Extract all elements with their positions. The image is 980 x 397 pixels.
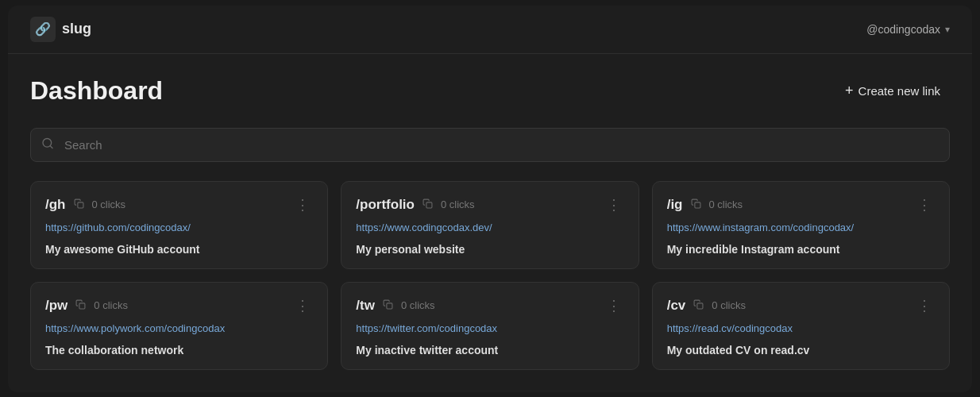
links-grid: /gh 0 clicks ⋮ https://github.com/coding… <box>30 181 950 370</box>
create-new-link-button[interactable]: + Create new link <box>835 76 950 106</box>
svg-rect-2 <box>77 202 83 207</box>
copy-icon[interactable] <box>75 299 86 312</box>
link-card[interactable]: /portfolio 0 clicks ⋮ https://www.coding… <box>341 181 639 269</box>
more-menu-icon[interactable]: ⋮ <box>914 297 935 314</box>
card-url: https://github.com/codingcodax/ <box>45 222 313 233</box>
svg-rect-6 <box>387 303 392 308</box>
card-slug-area: /portfolio 0 clicks <box>356 197 474 213</box>
card-slug-area: /cv 0 clicks <box>667 298 746 314</box>
svg-rect-7 <box>697 303 703 308</box>
copy-icon[interactable] <box>383 299 393 312</box>
card-description: My personal website <box>356 243 623 256</box>
svg-rect-4 <box>694 202 700 207</box>
more-menu-icon[interactable]: ⋮ <box>604 297 624 314</box>
card-description: My incredible Instagram account <box>667 243 935 256</box>
card-header: /pw 0 clicks ⋮ <box>45 297 313 314</box>
more-menu-icon[interactable]: ⋮ <box>292 297 313 314</box>
card-description: My inactive twitter account <box>356 344 623 357</box>
card-clicks: 0 clicks <box>401 299 435 311</box>
card-header: /portfolio 0 clicks ⋮ <box>356 196 623 214</box>
search-container <box>30 128 950 162</box>
logo-icon: 🔗 <box>30 17 56 42</box>
link-card[interactable]: /pw 0 clicks ⋮ https://www.polywork.com/… <box>30 282 328 370</box>
card-slug: /gh <box>45 197 66 213</box>
main-content: Dashboard + Create new link /gh <box>8 54 972 392</box>
card-header: /gh 0 clicks ⋮ <box>45 196 313 214</box>
svg-rect-3 <box>426 202 432 207</box>
card-slug-area: /pw 0 clicks <box>45 298 128 314</box>
copy-icon[interactable] <box>422 198 433 211</box>
card-slug-area: /gh 0 clicks <box>45 197 125 213</box>
card-clicks: 0 clicks <box>92 198 126 210</box>
app-window: 🔗 slug @codingcodax ▾ Dashboard + Create… <box>8 6 972 392</box>
card-clicks: 0 clicks <box>94 299 128 311</box>
card-url: https://twitter.com/codingcodax <box>356 322 623 334</box>
card-header: /tw 0 clicks ⋮ <box>356 297 623 314</box>
page-header: Dashboard + Create new link <box>30 76 950 106</box>
more-menu-icon[interactable]: ⋮ <box>604 196 624 214</box>
card-url: https://read.cv/codingcodax <box>667 322 935 334</box>
more-menu-icon[interactable]: ⋮ <box>292 196 313 214</box>
user-menu[interactable]: @codingcodax ▾ <box>866 23 950 36</box>
link-card[interactable]: /ig 0 clicks ⋮ https://www.instagram.com… <box>652 181 950 269</box>
nav-bar: 🔗 slug @codingcodax ▾ <box>8 6 972 54</box>
card-description: My awesome GitHub account <box>45 243 313 256</box>
svg-rect-5 <box>79 303 85 308</box>
link-card[interactable]: /tw 0 clicks ⋮ https://twitter.com/codin… <box>341 282 639 370</box>
link-card[interactable]: /cv 0 clicks ⋮ https://read.cv/codingcod… <box>652 282 950 370</box>
search-input[interactable] <box>30 128 950 162</box>
nav-logo: 🔗 slug <box>30 17 91 42</box>
link-card[interactable]: /gh 0 clicks ⋮ https://github.com/coding… <box>30 181 328 269</box>
page-title: Dashboard <box>30 76 163 106</box>
card-clicks: 0 clicks <box>709 198 743 210</box>
chevron-down-icon: ▾ <box>945 24 950 35</box>
logo-text: slug <box>62 21 91 37</box>
card-header: /cv 0 clicks ⋮ <box>667 297 935 314</box>
card-url: https://www.codingcodax.dev/ <box>356 222 623 233</box>
card-description: My outdated CV on read.cv <box>667 344 935 357</box>
card-clicks: 0 clicks <box>712 299 746 311</box>
more-menu-icon[interactable]: ⋮ <box>914 196 935 214</box>
card-slug-area: /tw 0 clicks <box>356 298 434 314</box>
copy-icon[interactable] <box>691 198 701 211</box>
user-handle: @codingcodax <box>866 23 940 36</box>
card-slug-area: /ig 0 clicks <box>667 197 743 213</box>
plus-icon: + <box>845 83 854 99</box>
card-url: https://www.polywork.com/codingcodax <box>45 322 313 334</box>
card-slug: /pw <box>45 298 68 314</box>
copy-icon[interactable] <box>74 198 84 211</box>
copy-icon[interactable] <box>693 299 704 312</box>
card-clicks: 0 clicks <box>441 198 475 210</box>
card-slug: /portfolio <box>356 197 415 213</box>
card-description: The collaboration network <box>45 344 313 357</box>
card-slug: /cv <box>667 298 686 314</box>
card-slug: /tw <box>356 298 375 314</box>
card-header: /ig 0 clicks ⋮ <box>667 196 935 214</box>
create-link-label: Create new link <box>858 84 940 98</box>
card-url: https://www.instagram.com/codingcodax/ <box>667 222 935 233</box>
card-slug: /ig <box>667 197 683 213</box>
